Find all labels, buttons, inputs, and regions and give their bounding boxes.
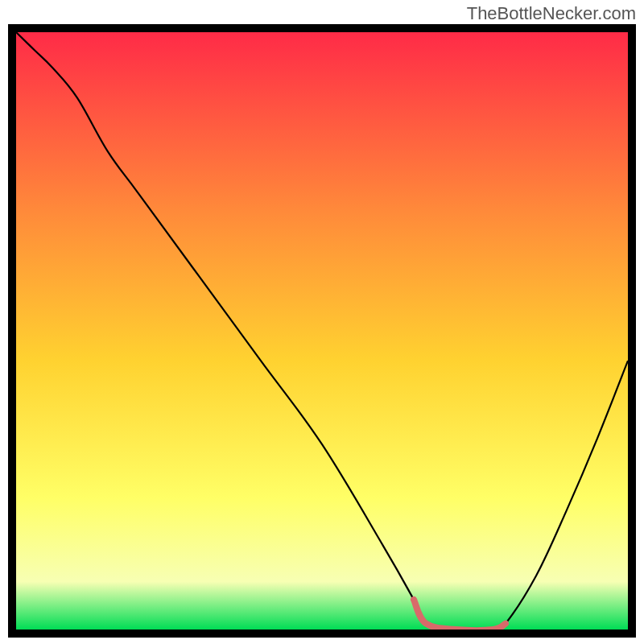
bottleneck-chart [16, 32, 628, 630]
chart-frame [8, 24, 636, 638]
gradient-background [16, 32, 628, 630]
watermark-text: TheBottleNecker.com [467, 3, 636, 24]
